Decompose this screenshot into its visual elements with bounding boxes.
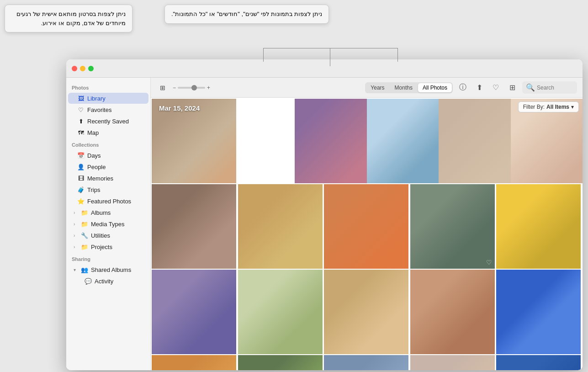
toolbar: ⊞ − + Years Months All Photos ⓘ ⬆ ♡ ⊞ <box>151 78 583 98</box>
sidebar-item-projects[interactable]: › 📁 Projects <box>68 241 148 252</box>
filter-value: All Items <box>546 104 569 110</box>
zoom-plus-button[interactable]: + <box>207 85 210 91</box>
view-years-button[interactable]: Years <box>366 83 389 92</box>
zoom-minus-button[interactable]: − <box>173 85 176 91</box>
albums-chevron-icon: › <box>74 210 78 215</box>
fullscreen-button[interactable] <box>88 66 94 71</box>
sidebar-favorites-label: Favorites <box>87 106 111 113</box>
photo-cell[interactable] <box>496 184 581 269</box>
photo-cell[interactable] <box>496 355 581 370</box>
projects-chevron-icon: › <box>74 244 78 250</box>
photo-cell[interactable] <box>324 270 408 354</box>
content-area: Photos 🖼 Library ♡ Favorites ⬆ Recently … <box>66 78 583 370</box>
sidebar-projects-label: Projects <box>91 244 112 250</box>
projects-icon: 📁 <box>81 243 88 250</box>
activity-icon: 💬 <box>85 277 92 285</box>
collections-section-label: Collections <box>66 138 150 149</box>
sidebar-item-media-types[interactable]: › 📁 Media Types <box>68 218 148 229</box>
traffic-lights <box>72 66 94 71</box>
library-icon: 🖼 <box>77 95 85 102</box>
add-to-album-button[interactable]: ⊞ <box>506 81 519 94</box>
sidebar-activity-label: Activity <box>95 278 113 285</box>
minimize-button[interactable] <box>80 66 85 71</box>
zoom-slider: − + <box>173 85 210 91</box>
map-icon: 🗺 <box>77 129 85 136</box>
media-types-chevron-icon: › <box>74 222 78 227</box>
app-window: Photos 🖼 Library ♡ Favorites ⬆ Recently … <box>66 59 583 370</box>
search-icon: 🔍 <box>526 83 535 92</box>
trips-icon: 🧳 <box>77 186 85 193</box>
sidebar-item-memories[interactable]: 🎞 Memories <box>68 173 148 184</box>
shared-albums-chevron-icon: ▾ <box>74 267 78 272</box>
media-types-icon: 📁 <box>81 220 88 228</box>
zoom-track[interactable] <box>178 87 205 89</box>
sidebar-recently-saved-label: Recently Saved <box>87 118 129 125</box>
filter-chevron-icon: ▾ <box>571 104 574 110</box>
sidebar-media-types-label: Media Types <box>91 221 124 228</box>
photo-cell[interactable] <box>152 184 236 269</box>
info-button[interactable]: ⓘ <box>456 81 469 94</box>
photo-cell[interactable] <box>496 270 581 354</box>
photo-cell[interactable] <box>152 270 236 354</box>
sidebar-item-albums[interactable]: › 📁 Albums <box>68 207 148 218</box>
sidebar-trips-label: Trips <box>87 186 100 193</box>
photo-cell[interactable] <box>238 270 323 354</box>
recently-saved-icon: ⬆ <box>77 117 85 125</box>
days-icon: 📅 <box>77 152 85 159</box>
sidebar-featured-photos-label: Featured Photos <box>87 198 131 205</box>
photo-cell[interactable] <box>238 184 323 269</box>
albums-icon: 📁 <box>81 209 88 216</box>
view-buttons: Years Months All Photos <box>365 82 453 93</box>
sidebar-item-favorites[interactable]: ♡ Favorites <box>68 104 148 115</box>
date-header: Mar 15, 2024 <box>154 101 205 114</box>
shared-albums-icon: 👥 <box>81 266 88 273</box>
search-box: 🔍 <box>522 81 577 94</box>
tooltip-line <box>330 48 330 66</box>
sharing-section-label: Sharing <box>66 253 150 264</box>
view-all-photos-button[interactable]: All Photos <box>418 83 452 92</box>
filter-bar[interactable]: Filter By: All Items ▾ <box>518 101 579 112</box>
people-icon: 👤 <box>77 163 85 170</box>
sidebar-item-utilities[interactable]: › 🔧 Utilities <box>68 230 148 241</box>
photos-area: Mar 15, 2024 Filter By: All Items ▾ <box>151 98 583 370</box>
sidebar-item-recently-saved[interactable]: ⬆ Recently Saved <box>68 116 148 127</box>
sidebar: Photos 🖼 Library ♡ Favorites ⬆ Recently … <box>66 78 151 370</box>
photo-cell[interactable] <box>324 184 408 269</box>
close-button[interactable] <box>72 66 77 71</box>
search-input[interactable] <box>537 85 573 91</box>
sidebar-map-label: Map <box>87 129 99 136</box>
photo-cell[interactable]: ♡ <box>410 184 495 269</box>
favorite-button[interactable]: ♡ <box>489 81 502 94</box>
sidebar-item-people[interactable]: 👤 People <box>68 161 148 172</box>
tooltip-center-text: ניתן לצפות בתמונות לפי "שנים", "חודשים" … <box>171 11 322 17</box>
sidebar-item-shared-albums[interactable]: ▾ 👥 Shared Albums <box>68 264 148 275</box>
zoom-thumb[interactable] <box>191 85 197 90</box>
tooltip-center: ניתן לצפות בתמונות לפי "שנים", "חודשים" … <box>164 5 329 24</box>
tooltip-left: ניתן לצפות בסרטון מותאם אישית של רגעים מ… <box>5 5 132 32</box>
photo-cell[interactable] <box>238 355 323 370</box>
sidebar-shared-albums-label: Shared Albums <box>91 266 131 273</box>
sidebar-item-trips[interactable]: 🧳 Trips <box>68 184 148 195</box>
sidebar-item-map[interactable]: 🗺 Map <box>68 127 148 138</box>
sidebar-utilities-label: Utilities <box>91 232 110 239</box>
photos-section-label: Photos <box>66 81 150 92</box>
sidebar-item-featured-photos[interactable]: ⭐ Featured Photos <box>68 196 148 207</box>
photo-cell[interactable] <box>410 270 495 354</box>
heart-icon: ♡ <box>486 259 492 266</box>
sidebar-days-label: Days <box>87 152 101 159</box>
photo-cell[interactable] <box>410 355 495 370</box>
photo-cell[interactable] <box>152 355 236 370</box>
sidebar-item-days[interactable]: 📅 Days <box>68 150 148 161</box>
tooltip-bracket <box>263 48 398 62</box>
titlebar <box>66 59 583 78</box>
photo-cell[interactable] <box>324 355 408 370</box>
featured-photos-icon: ⭐ <box>77 197 85 205</box>
view-months-button[interactable]: Months <box>390 83 417 92</box>
slideshow-button[interactable]: ⊞ <box>156 81 169 94</box>
sidebar-albums-label: Albums <box>91 209 111 216</box>
sidebar-item-activity[interactable]: 💬 Activity <box>68 276 148 287</box>
sidebar-item-library[interactable]: 🖼 Library <box>68 93 148 104</box>
share-button[interactable]: ⬆ <box>473 81 486 94</box>
main-content: ⊞ − + Years Months All Photos ⓘ ⬆ ♡ ⊞ <box>151 78 583 370</box>
memories-icon: 🎞 <box>77 175 85 182</box>
